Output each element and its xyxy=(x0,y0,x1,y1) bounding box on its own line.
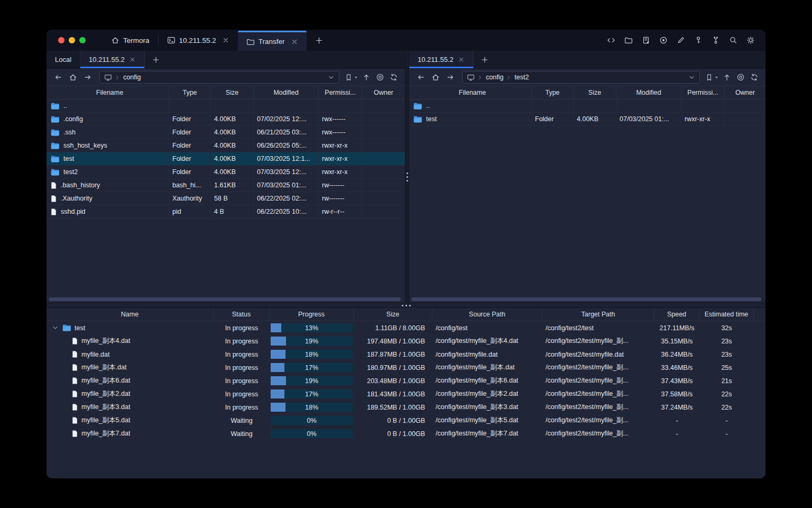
path-breadcrumb-field[interactable]: config xyxy=(99,71,339,84)
column-header-type[interactable]: Type xyxy=(532,86,574,99)
transfer-splitter[interactable] xyxy=(47,303,765,308)
chevron-down-icon[interactable] xyxy=(328,74,335,81)
close-tab-icon[interactable] xyxy=(291,38,298,46)
bookmark-button[interactable] xyxy=(705,74,719,81)
transfer-size: 0 B / 1.00GB xyxy=(354,430,432,438)
table-row[interactable]: sshd.pid pid4 B06/22/2025 10:...rw-r--r-… xyxy=(47,205,405,219)
right-pane-toolbar: config test2 xyxy=(409,69,765,86)
caret-down-icon[interactable] xyxy=(714,75,719,80)
table-row[interactable]: .ssh Folder4.00KB06/21/2025 03:...rwx---… xyxy=(47,126,405,139)
bookmark-button[interactable] xyxy=(345,74,358,81)
refresh-button[interactable] xyxy=(388,71,400,84)
column-header-filename[interactable]: Filename xyxy=(409,86,532,99)
table-row[interactable]: .bash_history bash_hi...1.61KB07/03/2025… xyxy=(47,179,405,192)
transfer-eta: 32s xyxy=(699,324,754,332)
keygen-button[interactable] xyxy=(694,36,703,44)
tab-local[interactable]: Local xyxy=(47,51,80,68)
column-header-speed[interactable]: Speed xyxy=(654,308,699,321)
refresh-button[interactable] xyxy=(749,71,760,84)
transfer-row[interactable]: myfile.dat In progress 18% 187.87MB / 1.… xyxy=(47,348,765,361)
caret-down-icon[interactable] xyxy=(354,75,358,80)
upload-button[interactable] xyxy=(361,71,372,84)
table-row[interactable]: .Xauthority Xauthority58 B06/22/2025 02:… xyxy=(47,192,405,205)
show-hidden-files-button[interactable] xyxy=(735,71,746,84)
show-hidden-files-button[interactable] xyxy=(374,71,386,84)
column-header-modified[interactable]: Modified xyxy=(254,86,319,99)
column-header-type[interactable]: Type xyxy=(169,86,211,99)
column-header-filename[interactable]: Filename xyxy=(47,86,169,99)
column-header-name[interactable]: Name xyxy=(47,308,214,321)
transfer-row[interactable]: myfile_副本4.dat In progress 19% 197.48MB … xyxy=(47,334,765,348)
transfer-row[interactable]: myfile_副本7.dat Waiting 0% 0 B / 1.00GB /… xyxy=(47,427,765,440)
column-header-owner[interactable]: Owner xyxy=(725,86,765,99)
edit-button[interactable] xyxy=(677,36,685,44)
column-header-target[interactable]: Target Path xyxy=(542,308,654,321)
search-button[interactable] xyxy=(729,36,737,44)
table-row-selected[interactable]: test Folder4.00KB07/03/2025 12:1...rwxr-… xyxy=(47,152,405,166)
table-row[interactable]: .config Folder4.00KB07/02/2025 12:...rwx… xyxy=(47,113,405,126)
minimize-window-button[interactable] xyxy=(69,37,75,43)
target-path: /config/test2/test/myfile_副... xyxy=(542,403,654,412)
horizontal-scrollbar[interactable] xyxy=(49,297,401,301)
folder-icon xyxy=(51,156,59,162)
path-segment[interactable]: config xyxy=(123,74,141,81)
table-row[interactable]: test2 Folder4.00KB07/03/2025 12:...rwxr-… xyxy=(47,166,405,179)
chevron-right-icon xyxy=(477,75,483,80)
column-header-permissions[interactable]: Permissi... xyxy=(681,86,725,99)
log-button[interactable] xyxy=(642,36,650,44)
column-header-progress[interactable]: Progress xyxy=(270,308,354,321)
chevron-down-icon[interactable] xyxy=(688,74,695,81)
path-breadcrumb-field[interactable]: config test2 xyxy=(462,71,700,84)
home-button[interactable] xyxy=(67,71,79,84)
table-row[interactable]: .. xyxy=(409,99,765,113)
column-header-permissions[interactable]: Permissi... xyxy=(319,86,362,99)
close-tab-icon[interactable] xyxy=(222,37,229,44)
column-header-size[interactable]: Size xyxy=(354,308,432,321)
close-tab-icon[interactable] xyxy=(129,56,136,63)
column-header-status[interactable]: Status xyxy=(214,308,270,321)
collapse-chevron-icon[interactable] xyxy=(52,324,59,331)
keychain-button[interactable] xyxy=(712,36,720,44)
transfer-row[interactable]: myfile_副本2.dat In progress 17% 181.43MB … xyxy=(47,387,765,401)
transfer-row[interactable]: myfile_副本.dat In progress 17% 180.97MB /… xyxy=(47,361,765,374)
back-button[interactable] xyxy=(52,71,64,84)
record-button[interactable] xyxy=(659,36,668,44)
tab-ssh-session[interactable]: 10.211.55.2 xyxy=(159,30,238,51)
horizontal-scrollbar[interactable] xyxy=(411,297,761,301)
file-manager-button[interactable] xyxy=(624,36,633,44)
column-header-size[interactable]: Size xyxy=(211,86,254,99)
column-header-owner[interactable]: Owner xyxy=(362,86,405,99)
transfer-row[interactable]: test In progress 13% 1.11GB / 8.00GB /co… xyxy=(47,321,765,334)
table-row[interactable]: ssh_host_keys Folder4.00KB06/26/2025 05:… xyxy=(47,139,405,152)
table-row[interactable]: .. xyxy=(47,99,405,113)
column-header-eta[interactable]: Estimated time xyxy=(699,308,754,321)
home-button[interactable] xyxy=(429,71,442,84)
add-tab-button[interactable] xyxy=(307,30,331,51)
add-pane-tab-button[interactable] xyxy=(145,51,167,68)
add-pane-tab-button[interactable] xyxy=(474,51,496,68)
pane-splitter[interactable] xyxy=(405,51,409,303)
column-header-size[interactable]: Size xyxy=(574,86,616,99)
transfer-row[interactable]: myfile_副本6.dat In progress 19% 203.48MB … xyxy=(47,374,765,387)
transfer-row[interactable]: myfile_副本5.dat Waiting 0% 0 B / 1.00GB /… xyxy=(47,414,765,427)
code-snippets-button[interactable] xyxy=(607,36,615,44)
tab-remote-session[interactable]: 10.211.55.2 xyxy=(409,51,474,68)
tab-termora[interactable]: Termora xyxy=(103,30,158,51)
column-header-source[interactable]: Source Path xyxy=(432,308,542,321)
forward-icon xyxy=(84,73,92,81)
zoom-window-button[interactable] xyxy=(79,37,86,43)
path-segment[interactable]: config xyxy=(486,74,503,81)
tab-remote-session[interactable]: 10.211.55.2 xyxy=(80,51,145,68)
close-window-button[interactable] xyxy=(58,37,64,43)
table-row[interactable]: test Folder4.00KB07/03/2025 01:...rwxr-x… xyxy=(409,113,765,126)
forward-button[interactable] xyxy=(81,71,94,84)
path-segment[interactable]: test2 xyxy=(514,74,529,81)
forward-button[interactable] xyxy=(444,71,457,84)
column-header-modified[interactable]: Modified xyxy=(616,86,681,99)
upload-button[interactable] xyxy=(721,71,733,84)
tab-transfer[interactable]: Transfer xyxy=(238,31,307,51)
back-button[interactable] xyxy=(414,71,427,84)
close-tab-icon[interactable] xyxy=(458,56,465,63)
transfer-row[interactable]: myfile_副本3.dat In progress 18% 189.52MB … xyxy=(47,401,765,414)
settings-button[interactable] xyxy=(746,36,755,44)
